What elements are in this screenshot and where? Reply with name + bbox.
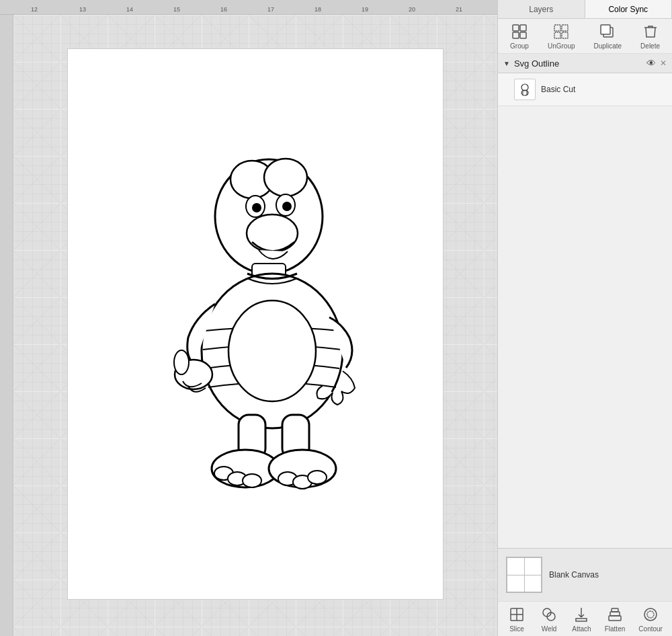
bottom-canvas-section: Blank Canvas [498, 548, 672, 601]
design-area [67, 48, 444, 600]
svg-point-12 [174, 350, 189, 374]
group-icon [510, 22, 529, 41]
svg-rect-44 [612, 608, 618, 612]
ungroup-icon [552, 22, 571, 41]
svg-point-6 [282, 202, 292, 211]
ungroup-label: UnGroup [548, 42, 575, 50]
ruler-mark-17: 17 [267, 6, 274, 13]
svg-point-7 [247, 214, 298, 252]
ruler-mark-15: 15 [173, 6, 180, 13]
tab-layers[interactable]: Layers [498, 0, 585, 18]
attach-icon [572, 605, 591, 624]
group-label: Group [510, 42, 529, 50]
weld-icon [540, 605, 558, 624]
flatten-button[interactable]: Flatten [599, 602, 631, 635]
contour-label: Contour [638, 625, 663, 633]
right-panel: Layers Color Sync Group [497, 0, 672, 636]
attach-label: Attach [572, 625, 591, 633]
slice-button[interactable]: Slice [502, 602, 532, 635]
flatten-label: Flatten [605, 625, 626, 633]
toolbar-row: Group UnGroup Duplicate [498, 19, 672, 54]
weld-label: Weld [542, 625, 557, 633]
slice-icon [507, 605, 526, 624]
layer-item-thumbnail [514, 79, 536, 100]
blank-canvas-label: Blank Canvas [549, 570, 599, 580]
blank-canvas-thumbnail[interactable] [506, 557, 542, 593]
svg-point-2 [264, 159, 307, 196]
svg-point-22 [308, 471, 327, 484]
character-svg [128, 122, 383, 526]
canvas-area: 12 13 14 15 16 17 18 19 20 21 [0, 0, 497, 636]
layer-name: Svg Outline [514, 58, 642, 69]
layer-item-label: Basic Cut [541, 85, 575, 94]
ruler-left [0, 15, 13, 636]
ruler-mark-16: 16 [220, 6, 227, 13]
ruler-mark-14: 14 [126, 6, 133, 13]
delete-button[interactable]: Delete [635, 19, 665, 52]
svg-rect-26 [520, 32, 526, 38]
contour-button[interactable]: Contour [633, 602, 668, 635]
layer-header: ▼ Svg Outline 👁 ✕ [498, 54, 672, 73]
tab-color-sync[interactable]: Color Sync [585, 0, 673, 18]
svg-rect-24 [520, 25, 526, 31]
svg-rect-29 [554, 32, 560, 38]
tab-bar: Layers Color Sync [498, 0, 672, 19]
svg-rect-23 [513, 25, 519, 31]
duplicate-icon [598, 22, 617, 41]
slice-label: Slice [509, 625, 524, 633]
svg-rect-27 [554, 25, 560, 31]
ungroup-button[interactable]: UnGroup [542, 19, 581, 52]
svg-rect-25 [513, 32, 519, 38]
ruler-mark-21: 21 [456, 6, 462, 13]
ruler-mark-13: 13 [79, 6, 86, 13]
ruler-mark-18: 18 [314, 6, 321, 13]
svg-rect-43 [610, 612, 620, 616]
ruler-mark-20: 20 [409, 6, 415, 13]
svg-point-5 [252, 203, 261, 212]
contour-icon [641, 605, 660, 624]
flatten-icon [605, 605, 624, 624]
layer-item[interactable]: Basic Cut [498, 73, 672, 106]
duplicate-label: Duplicate [593, 42, 622, 50]
svg-rect-42 [609, 616, 621, 621]
delete-icon [641, 22, 660, 41]
layer-visibility-toggle[interactable]: 👁 [646, 58, 656, 69]
group-button[interactable]: Group [505, 19, 534, 52]
layer-close-button[interactable]: ✕ [660, 58, 667, 68]
svg-point-10 [228, 301, 316, 401]
svg-rect-28 [562, 25, 568, 31]
delete-label: Delete [640, 42, 660, 50]
svg-point-17 [243, 474, 261, 487]
ruler-mark-12: 12 [31, 6, 38, 13]
svg-rect-32 [601, 25, 610, 34]
grid-canvas[interactable] [13, 15, 497, 636]
svg-rect-30 [562, 32, 568, 38]
weld-button[interactable]: Weld [534, 602, 564, 635]
bottom-toolbar: Slice Weld Attach [498, 601, 672, 636]
duplicate-button[interactable]: Duplicate [588, 19, 627, 52]
layer-expand-arrow[interactable]: ▼ [503, 60, 510, 67]
ruler-top: 12 13 14 15 16 17 18 19 20 21 [0, 0, 497, 15]
attach-button[interactable]: Attach [566, 602, 596, 635]
ruler-mark-19: 19 [362, 6, 368, 13]
